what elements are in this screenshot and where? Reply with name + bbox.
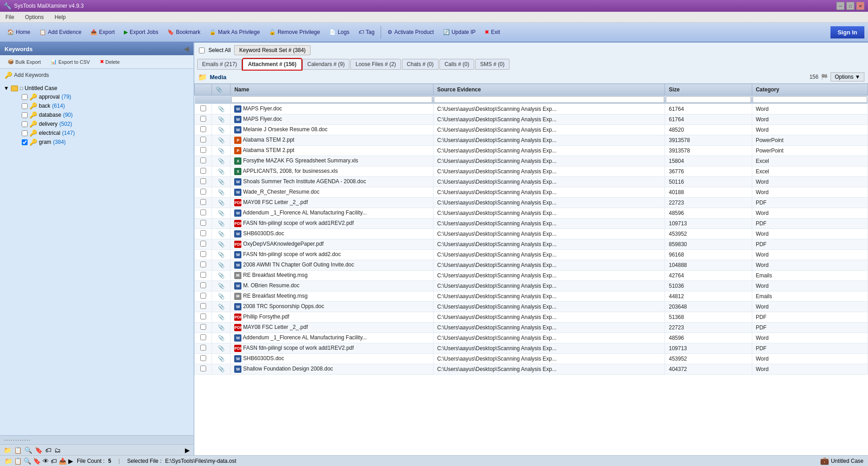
logs-button[interactable]: 📄 Logs xyxy=(326,27,353,37)
panel-search-btn[interactable]: 🔍 xyxy=(24,447,32,454)
table-row[interactable]: 📎 W MAPS Flyer.doc C:\Users\aayus\Deskto… xyxy=(195,104,868,114)
keyword-result-button[interactable]: Keyword Result Set # (384) xyxy=(234,45,311,55)
table-row[interactable]: 📎 ✉ RE Breakfast Meeting.msg C:\Users\aa… xyxy=(195,291,868,302)
close-button[interactable]: ✕ xyxy=(856,2,864,10)
status-list-icon[interactable]: 📋 xyxy=(14,457,22,465)
options-button[interactable]: Options ▼ xyxy=(830,72,864,81)
row-checkbox-5[interactable] xyxy=(200,157,206,163)
menu-options[interactable]: Options xyxy=(23,13,45,21)
col-header-size[interactable]: Size xyxy=(665,84,752,95)
table-row[interactable]: 📎 PDF MAY08 FSC Letter _2_.pdf C:\Users\… xyxy=(195,323,868,333)
row-checkbox-15[interactable] xyxy=(200,262,206,267)
mark-privilege-button[interactable]: 🔒 Mark As Privilege xyxy=(206,27,264,37)
tree-item[interactable]: 🔑 back (614) xyxy=(13,101,192,110)
row-checkbox-18[interactable] xyxy=(200,293,206,299)
export-jobs-button[interactable]: ▶ Export Jobs xyxy=(120,27,162,37)
row-checkbox-23[interactable] xyxy=(200,345,206,351)
sign-in-button[interactable]: Sign In xyxy=(830,26,864,38)
tree-item-checkbox-4[interactable] xyxy=(22,130,28,136)
tab-emails[interactable]: Emails # (217) xyxy=(197,59,242,70)
row-checkbox-24[interactable] xyxy=(200,355,206,361)
table-row[interactable]: 📎 P Alabama STEM 2.ppt C:\Users\aayus\De… xyxy=(195,135,868,146)
table-row[interactable]: 📎 W Wade_R_Chester_Resume.doc C:\Users\a… xyxy=(195,187,868,198)
exit-button[interactable]: ✖ Exit xyxy=(481,27,504,37)
tab-sms[interactable]: SMS # (0) xyxy=(475,59,509,70)
tab-attachment[interactable]: Attachment # (156) xyxy=(243,59,301,70)
table-row[interactable]: 📎 X APPLICANTS, 2008, for businesses.xls… xyxy=(195,166,868,177)
table-row[interactable]: 📎 W MAPS Flyer.doc C:\Users\aayus\Deskto… xyxy=(195,114,868,125)
row-checkbox-1[interactable] xyxy=(200,116,206,122)
row-checkbox-0[interactable] xyxy=(200,105,206,111)
status-view-icon[interactable]: 👁 xyxy=(42,457,49,465)
filter-name-input[interactable] xyxy=(231,96,432,103)
table-row[interactable]: 📎 X Forsythe MAZAK FG Spreadsheet Summar… xyxy=(195,156,868,166)
tab-loose-files[interactable]: Loose Files # (2) xyxy=(350,59,401,70)
col-header-source[interactable]: Source Evidence xyxy=(433,84,665,95)
table-row[interactable]: 📎 PDF Phillip Forsythe.pdf C:\Users\aayu… xyxy=(195,312,868,323)
table-row[interactable]: 📎 PDF FASN fdn-pilingl scope of work add… xyxy=(195,219,868,229)
row-checkbox-6[interactable] xyxy=(200,168,206,174)
tab-calendars[interactable]: Calendars # (9) xyxy=(302,59,350,70)
export-button[interactable]: 📤 Export xyxy=(87,27,118,37)
home-button[interactable]: 🏠 Home xyxy=(4,27,34,37)
menu-file[interactable]: File xyxy=(4,13,16,21)
panel-filter-btn[interactable]: 🗂 xyxy=(54,447,61,454)
row-checkbox-20[interactable] xyxy=(200,314,206,319)
add-keywords-row[interactable]: 🔑 Add Keywords xyxy=(0,69,193,81)
row-checkbox-19[interactable] xyxy=(200,303,206,309)
status-tag-icon[interactable]: 🏷 xyxy=(51,457,57,465)
table-row[interactable]: 📎 W M. OBrien Resume.doc C:\Users\aayus\… xyxy=(195,281,868,291)
table-row[interactable]: 📎 W FASN fdn-pilingl scope of work add2.… xyxy=(195,250,868,260)
status-zoom-icon[interactable]: 🔍 xyxy=(24,457,31,465)
activate-button[interactable]: ⚙ Activate Product xyxy=(384,27,437,37)
delete-button[interactable]: ✖ Delete xyxy=(96,57,124,67)
row-checkbox-12[interactable] xyxy=(200,230,206,236)
panel-list-btn[interactable]: 📋 xyxy=(14,447,22,454)
col-header-category[interactable]: Category xyxy=(752,84,868,95)
filter-category-input[interactable] xyxy=(753,96,867,103)
table-row[interactable]: 📎 W SHB6030DS.doc C:\Users\aayus\Desktop… xyxy=(195,229,868,239)
tree-item-checkbox-0[interactable] xyxy=(22,94,28,100)
bookmark-button[interactable]: 🔖 Bookmark xyxy=(164,27,204,37)
maximize-button[interactable]: □ xyxy=(846,2,854,10)
tree-item-checkbox-1[interactable] xyxy=(22,103,28,109)
panel-folder-btn[interactable]: 📁 xyxy=(4,447,11,454)
status-export-icon[interactable]: 📤 xyxy=(59,457,66,465)
filter-size-input[interactable] xyxy=(666,96,751,103)
col-header-name[interactable]: Name xyxy=(231,84,433,95)
table-row[interactable]: 📎 W Shallow Foundation Design 2008.doc C… xyxy=(195,364,868,375)
row-checkbox-17[interactable] xyxy=(200,282,206,288)
tree-item[interactable]: 🔑 database (90) xyxy=(13,110,192,119)
table-row[interactable]: 📎 W 2008 AWMI TN Chapter Golf Outing Inv… xyxy=(195,260,868,271)
table-row[interactable]: 📎 W Shoals Summer Tech Institute AGENDA … xyxy=(195,177,868,187)
select-all-checkbox[interactable] xyxy=(199,48,205,53)
row-checkbox-10[interactable] xyxy=(200,209,206,215)
table-row[interactable]: 📎 PDF OxyDepVSAKnowledgePaper.pdf C:\Use… xyxy=(195,239,868,250)
table-row[interactable]: 📎 W 2008 TRC Sponsorship Opps.doc C:\Use… xyxy=(195,302,868,312)
tree-item-checkbox-3[interactable] xyxy=(22,121,28,127)
row-checkbox-8[interactable] xyxy=(200,189,206,195)
status-arrow-icon[interactable]: ▶ xyxy=(68,457,73,465)
tab-calls[interactable]: Calls # (0) xyxy=(439,59,474,70)
row-checkbox-11[interactable] xyxy=(200,220,206,226)
table-row[interactable]: 📎 W SHB6030DS.doc C:\Users\aayus\Desktop… xyxy=(195,354,868,364)
table-row[interactable]: 📎 PDF FASN fdn-pilingl scope of work add… xyxy=(195,343,868,354)
row-checkbox-3[interactable] xyxy=(200,137,206,143)
table-row[interactable]: 📎 W Melanie J Orseske Resume 08.doc C:\U… xyxy=(195,125,868,135)
row-checkbox-22[interactable] xyxy=(200,334,206,340)
row-checkbox-4[interactable] xyxy=(200,147,206,153)
export-csv-button[interactable]: 📊 Export to CSV xyxy=(47,57,94,67)
table-row[interactable]: 📎 W Addendum _1_Florence AL Manufacturin… xyxy=(195,208,868,219)
row-checkbox-16[interactable] xyxy=(200,272,206,278)
tag-button[interactable]: 🏷 Tag xyxy=(355,27,378,37)
row-checkbox-25[interactable] xyxy=(200,366,206,371)
tab-chats[interactable]: Chats # (0) xyxy=(402,59,439,70)
status-bookmark-icon[interactable]: 🔖 xyxy=(33,457,41,465)
bulk-export-button[interactable]: 📦 Bulk Export xyxy=(4,57,45,67)
row-checkbox-13[interactable] xyxy=(200,241,206,247)
tree-item[interactable]: 🔑 electrical (147) xyxy=(13,128,192,138)
panel-tag-btn2[interactable]: 🏷 xyxy=(45,447,52,454)
status-folder-icon[interactable]: 📁 xyxy=(5,457,12,465)
tree-item-checkbox-2[interactable] xyxy=(22,112,28,118)
row-checkbox-9[interactable] xyxy=(200,199,206,205)
